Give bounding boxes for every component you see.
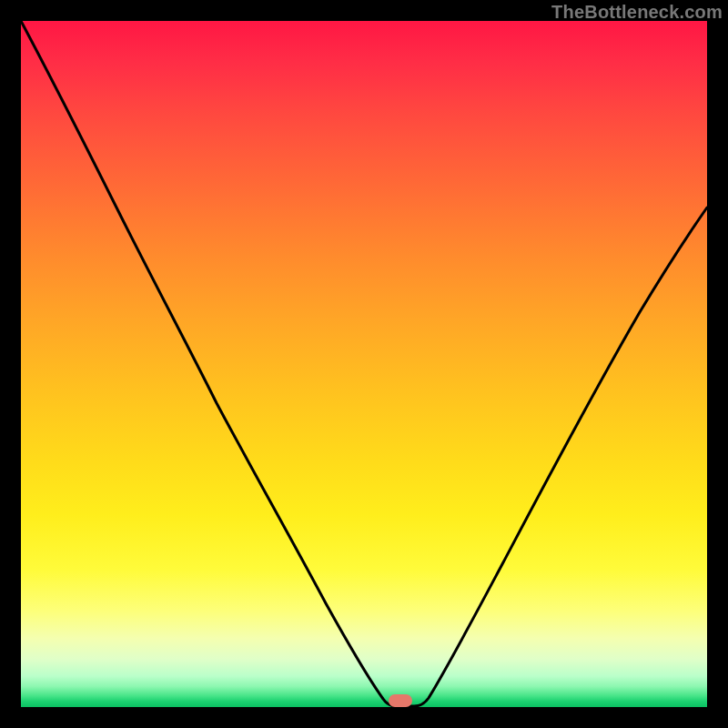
watermark-text: TheBottleneck.com	[551, 2, 723, 23]
bottleneck-curve	[21, 21, 707, 707]
chart-frame: TheBottleneck.com	[0, 0, 728, 728]
optimum-marker	[389, 694, 412, 707]
plot-area	[21, 21, 707, 707]
